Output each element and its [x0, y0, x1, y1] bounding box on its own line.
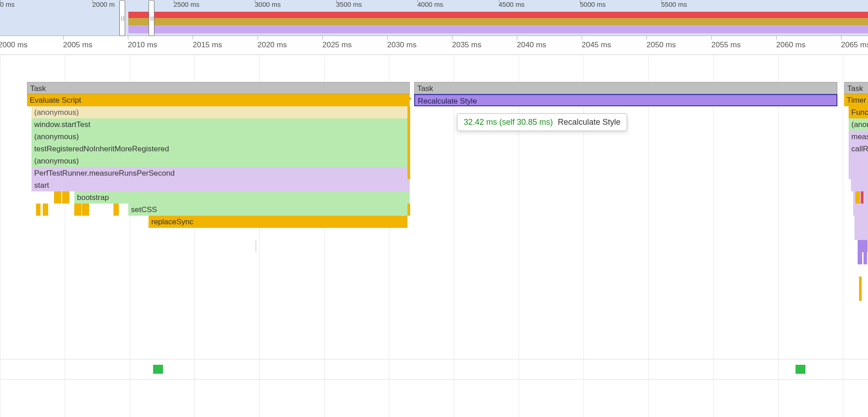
flame-sliver[interactable]	[36, 204, 41, 216]
flame-sliver[interactable]	[113, 204, 119, 216]
ruler-tick: 2045 ms	[582, 41, 611, 50]
gridline	[0, 55, 0, 417]
gridline	[648, 55, 649, 417]
flame-sliver[interactable]	[851, 179, 868, 191]
flame-entry[interactable]: Task	[27, 82, 410, 94]
flame-entry[interactable]: (anonymous)	[32, 131, 410, 143]
flame-sliver[interactable]	[34, 191, 38, 204]
ruler-tick: 2020 ms	[258, 41, 287, 50]
ruler-tick: 2065 ms	[841, 41, 868, 50]
flame-sliver[interactable]	[853, 204, 868, 216]
gridline	[778, 55, 778, 417]
ruler-tick: 2040 ms	[517, 41, 546, 50]
flame-entry[interactable]: PerfTestRunner.measureRunsPerSecond	[32, 167, 410, 179]
flame-sliver[interactable]	[863, 252, 867, 264]
flame-tooltip: 32.42 ms (self 30.85 ms) Recalculate Sty…	[457, 113, 627, 131]
timeline-overview[interactable]: 0 ms2000 m2500 ms3000 ms3500 ms4000 ms45…	[0, 0, 868, 36]
hline	[0, 359, 868, 359]
flame-sliver	[407, 106, 410, 179]
overview-tick: 0 ms	[0, 0, 15, 8]
flame-entry[interactable]: Task	[844, 82, 868, 94]
overview-band-render	[128, 25, 868, 33]
ruler-tick: 2010 ms	[128, 41, 157, 50]
hline	[0, 379, 868, 380]
marker-gc[interactable]	[796, 365, 805, 374]
flame-entry[interactable]: (anony	[849, 118, 868, 131]
flame-sliver[interactable]	[858, 240, 868, 252]
gridline	[454, 55, 454, 417]
flame-entry[interactable]: Timer F	[844, 94, 868, 106]
flame-sliver[interactable]	[855, 191, 860, 204]
ruler-tick: 2015 ms	[193, 41, 222, 50]
flame-sliver[interactable]	[854, 228, 868, 240]
flame-entry[interactable]: measu	[849, 131, 868, 143]
flame-sliver[interactable]	[859, 289, 862, 301]
flame-entry[interactable]: callRu	[849, 143, 868, 155]
flame-sliver[interactable]	[858, 252, 862, 264]
ruler-tick: 2060 ms	[776, 41, 805, 50]
flame-sliver[interactable]	[39, 191, 45, 204]
flame-sliver[interactable]	[74, 204, 81, 216]
flame-sliver[interactable]	[62, 191, 69, 204]
flame-sliver	[256, 240, 256, 253]
marker-gc[interactable]	[153, 365, 163, 374]
tooltip-time: 32.42 ms (self 30.85 ms)	[464, 118, 553, 127]
flame-entry[interactable]: replaceSync	[149, 216, 407, 228]
flamechart[interactable]: 32.42 ms (self 30.85 ms) Recalculate Sty…	[0, 55, 868, 417]
gridline	[713, 55, 714, 417]
flame-sliver[interactable]	[849, 167, 868, 179]
detail-ruler[interactable]: 2000 ms2005 ms2010 ms2015 ms2020 ms2025 …	[0, 36, 868, 55]
gridline	[519, 55, 519, 417]
flame-sliver[interactable]	[104, 204, 108, 216]
ruler-tick: 2025 ms	[322, 41, 352, 50]
overview-tick: 2000 m	[92, 0, 115, 8]
flame-entry[interactable]: window.startTest	[32, 118, 410, 131]
flame-entry[interactable]: Evaluate Script	[27, 94, 410, 106]
ruler-tick: 2055 ms	[711, 41, 741, 50]
flame-entry[interactable]: (anonymous)	[32, 155, 410, 167]
flame-sliver[interactable]	[854, 216, 868, 228]
flame-entry[interactable]: Functio	[849, 106, 868, 118]
flame-entry[interactable]: bootstrap	[74, 191, 410, 204]
flame-entry[interactable]: start	[32, 179, 410, 191]
flame-sliver[interactable]	[82, 204, 89, 216]
ruler-tick: 2050 ms	[646, 41, 676, 50]
overview-handle-left[interactable]: ||	[119, 0, 125, 36]
flame-entry[interactable]: Task	[414, 82, 837, 94]
ruler-tick: 2035 ms	[452, 41, 481, 50]
ruler-tick: 2005 ms	[63, 41, 92, 50]
flame-sliver[interactable]	[43, 204, 48, 216]
overview-band-layout	[128, 12, 868, 18]
flame-sliver[interactable]	[859, 276, 862, 289]
tooltip-label: Recalculate Style	[558, 118, 620, 127]
flame-sliver[interactable]	[861, 191, 863, 204]
gridline	[843, 55, 843, 417]
ruler-tick: 2000 ms	[0, 41, 27, 50]
flame-entry[interactable]: setCSS	[128, 204, 410, 216]
overview-band-script	[128, 18, 868, 25]
overview-handle-right[interactable]: ||	[149, 0, 154, 36]
ruler-tick: 2030 ms	[387, 41, 416, 50]
flame-sliver[interactable]	[849, 155, 868, 167]
flame-sliver[interactable]	[54, 191, 61, 204]
flame-sliver	[407, 204, 410, 216]
gridline	[583, 55, 584, 417]
flame-entry[interactable]: Recalculate Style	[414, 94, 837, 106]
flame-entry[interactable]: testRegisteredNoInheritMoreRegistered	[32, 143, 410, 155]
flame-entry[interactable]: (anonymous)	[32, 106, 410, 118]
